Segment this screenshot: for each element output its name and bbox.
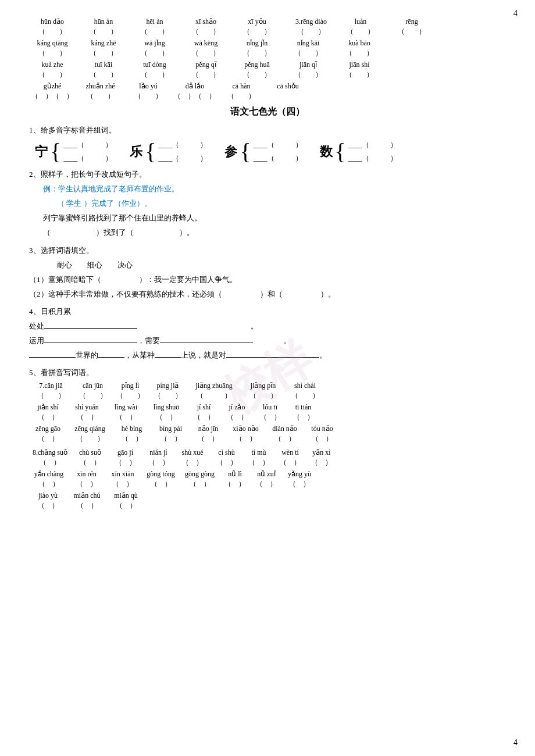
question-1: 1、给多音字标音并组词。 宁 { ____（ ） ____（ ） 乐 { ___… <box>29 124 506 163</box>
py7-row3: zēng gāo zēng qiáng hé bìng bìng pái nǎo… <box>29 425 506 433</box>
q2-label: 2、照样子，把长句子改成短句子。 <box>29 168 506 181</box>
py-hun-an: hūn àn <box>80 17 127 26</box>
q4-label: 4、日积月累 <box>29 305 506 318</box>
bracket-row-3: （ ） （ ） （ ） （ ） （ ） （ ） （ ） <box>29 70 506 80</box>
py-reng2: rēng <box>388 17 435 26</box>
pinyin-section-7: 7.cān jiā cān jūn pǐng lì píng jiǎ jiǎng… <box>29 381 506 444</box>
py8-row2: yǎn chàng xīn rén xīn xiān gòng tóng gōn… <box>29 470 506 479</box>
page-number-bottom: 4 <box>513 738 518 747</box>
br8-row3: （ ） （ ） （ ） <box>29 501 506 511</box>
page-number-top: 4 <box>513 9 518 18</box>
q4-line2: 运用，需要 。 <box>29 334 506 347</box>
py-xi-shao: xī shǎo <box>183 17 229 26</box>
question-3: 3、选择词语填空。 耐心 细心 决心 （1）童第周暗暗下（ ）：我一定要为中国人… <box>29 244 506 301</box>
py-luan: luàn <box>337 17 384 26</box>
q2-example-answer: （ 学生 ）完成了（作业）。 <box>57 197 506 210</box>
py8-row1: 8.chǎng suǒ chù suǒ gāo jí nián jí shù x… <box>29 448 506 457</box>
char-le: 乐 { ____（ ） ____（ ） <box>130 140 207 163</box>
py-xi-you: xī yǒu <box>234 17 280 26</box>
py-hei-an: hēi àn <box>131 17 178 26</box>
br7-row1: （ ） （ ） （ ） （ ） （ ） （ ） （ ） <box>29 391 506 401</box>
br7-row2: （ ） （ ） （ ） （ ） （ ） （ ） （ ） （ ） <box>29 412 506 422</box>
top-pinyin-section: hūn dǎo hūn àn hēi àn xī shǎo xī yǒu 3.r… <box>29 17 506 101</box>
py8-row3: jiào yù miǎn chú miǎn qù <box>29 491 506 500</box>
br7-row3: （ ） （ ） （ ） （ ） （ ） （ ） （ ） （ ） <box>29 434 506 444</box>
q2-sentence: 列宁靠蜜蜂引路找到了那个住在山里的养蜂人。 <box>43 212 506 224</box>
q3-item1: （1）童第周暗暗下（ ）：我一定要为中国人争气。 <box>29 273 506 286</box>
bracket-row-4: （ ）（ ） （ ） （ ） （ ）（ ） （ ） <box>29 91 506 101</box>
pinyin-row-4: gǔzhé zhuǎn zhé lǎo yú dǎ lǎo cā hàn cā … <box>29 82 506 91</box>
pinyin-section-8: 8.chǎng suǒ chù suǒ gāo jí nián jí shù x… <box>29 448 506 511</box>
section-title: 语文七色光（四） <box>29 106 506 118</box>
pinyin-row-1: hūn dǎo hūn àn hēi àn xī shǎo xī yǒu 3.r… <box>29 17 506 26</box>
question-5: 5、看拼音写词语。 7.cān jiā cān jūn pǐng lì píng… <box>29 366 506 511</box>
br8-row2: （ ） （ ） （ ） （ ） （ ） （ ） （ ） （ ） <box>29 479 506 489</box>
q2-example: 例：学生认真地完成了老师布置的作业。 <box>43 183 506 195</box>
char-ning: 宁 { ____（ ） ____（ ） <box>35 140 112 163</box>
q4-line3: 世界的，从某种上说，就是对。 <box>29 349 506 362</box>
q2-answer-blank: （ ）找到了（ ）。 <box>43 226 506 239</box>
char-can: 参 { ____（ ） ____（ ） <box>224 140 302 163</box>
py7-row2: jiǎn shí shí yuán lìng wài lìng shuō jí … <box>29 403 506 412</box>
question-4: 4、日积月累 处处 。 运用，需要 。 世界的，从某种上说，就是对。 <box>29 305 506 362</box>
q5-label: 5、看拼音写词语。 <box>29 366 506 379</box>
bracket-row-2: （ ） （ ） （ ） （ ） （ ） （ ） （ ） <box>29 48 506 58</box>
br8-row1: （ ） （ ） （ ） （ ） （ ） （ ） （ ） （ ） （ ） <box>29 458 506 468</box>
bracket-row-1: （ ） （ ） （ ） （ ） （ ） （ ） （ ） （ ） <box>29 27 506 37</box>
py7-row1: 7.cān jiā cān jūn pǐng lì píng jiǎ jiǎng… <box>29 381 506 390</box>
char-shu: 数 { ____（ ） ____（ ） <box>320 140 397 163</box>
q3-item2: （2）这种手术非常难做，不仅要有熟练的技术，还必须（ ）和（ ）。 <box>29 288 506 301</box>
py-hun-dao: hūn dǎo <box>29 17 76 26</box>
q3-words: 耐心 细心 决心 <box>57 259 506 272</box>
q1-label: 1、给多音字标音并组词。 <box>29 124 506 137</box>
pinyin-row-3: kuà zhe tuī kāi tuī dòng pěng qǐ pěng hu… <box>29 60 506 69</box>
pinyin-row-2: káng qiāng káng zhē wā jǐng wā kēng nǐng… <box>29 39 506 48</box>
q3-label: 3、选择词语填空。 <box>29 244 506 257</box>
question-2: 2、照样子，把长句子改成短句子。 例：学生认真地完成了老师布置的作业。 （ 学生… <box>29 168 506 239</box>
q4-line1: 处处 。 <box>29 320 506 333</box>
py-reng-diao: 3.rēng diào <box>285 17 337 26</box>
